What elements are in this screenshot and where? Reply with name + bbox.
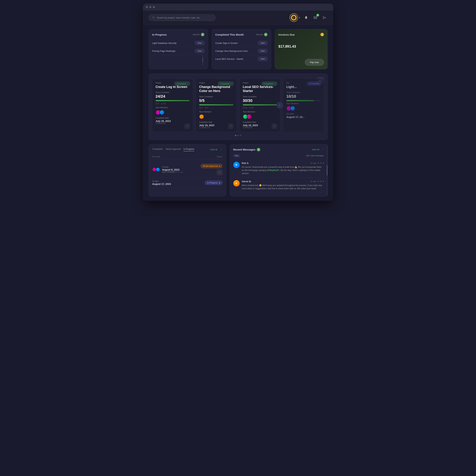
task-1-view-btn[interactable]: View xyxy=(195,49,204,53)
message-1-action-2[interactable] xyxy=(320,181,322,182)
browser-dot-3 xyxy=(153,6,155,8)
project-1-comments: 0 xyxy=(205,107,208,109)
message-1: A Alexis B. 6h ago xyxy=(233,178,324,193)
project-1-share-button[interactable]: ↗ xyxy=(228,123,234,129)
project-3-completion-date: August 17, 20... xyxy=(286,116,321,119)
task-0-days: 12 Days xyxy=(162,166,199,168)
completed-header: Completed This Month View All 4 xyxy=(215,33,268,36)
projects-dots xyxy=(152,135,324,136)
messages-more-button[interactable]: ⋮ xyxy=(321,148,324,151)
pay-now-button[interactable]: Pay now xyxy=(305,59,324,66)
browser-dot-1 xyxy=(146,6,148,8)
project-3-progress-fill xyxy=(286,100,314,101)
project-3-status: In Progress xyxy=(307,82,321,85)
project-2-team-label: Team Members: xyxy=(243,111,277,113)
project-2-completion-label: Completion Date: xyxy=(243,121,277,123)
completed-task-1-name: Change Hero Background Color xyxy=(215,50,248,52)
task-0-view-btn[interactable]: View xyxy=(195,41,204,45)
dot-0[interactable] xyxy=(235,135,236,136)
task-1-name: Pricing Page Redesign xyxy=(152,50,175,52)
projects-next-button[interactable]: › xyxy=(276,102,283,108)
dot-2[interactable] xyxy=(240,135,241,136)
messages-button[interactable]: 2 xyxy=(312,15,319,21)
message-0-action-2[interactable] xyxy=(320,162,322,164)
task-0-status-dot xyxy=(219,166,220,167)
total-messages: 150+ total messages xyxy=(306,154,324,157)
svg-point-14 xyxy=(205,107,206,108)
completed-task-2: Local SEO Service - Starter View xyxy=(215,55,268,63)
completed-view-all[interactable]: View All xyxy=(256,34,262,35)
user-avatar-wrapper[interactable]: V ▾ xyxy=(289,13,300,22)
message-1-header-right: 6h ago xyxy=(310,180,324,182)
in-progress-header: In Progress View All 2 xyxy=(152,33,204,36)
project-3-tasks-label: Tasks Completed: xyxy=(286,91,321,93)
search-placeholder: Search by project, team member, task, et… xyxy=(157,17,200,19)
header: Search by project, team member, task, et… xyxy=(143,11,333,25)
tab-needs-approval[interactable]: Needs Approval xyxy=(166,148,181,151)
search-bar[interactable]: Search by project, team member, task, et… xyxy=(149,14,216,21)
main-content: In Progress View All 2 Light Database Se… xyxy=(143,25,333,201)
tasks-view-all[interactable]: View All xyxy=(210,148,218,151)
col-due-date: Due Date xyxy=(152,156,160,158)
project-card-3: In Progress Pro... Light... Tasks Comple… xyxy=(283,79,324,132)
message-1-content: Alexis B. 6h ago We're excited too! 😊 xyxy=(242,180,324,190)
in-progress-header-right: View All 2 xyxy=(193,33,204,36)
completed-count: 4 xyxy=(264,33,268,36)
project-1-team-label: Team Members: xyxy=(199,111,233,113)
project-1-progress-bar xyxy=(199,104,233,105)
invoice-count: 3 xyxy=(320,33,324,36)
messages-scrollbar[interactable] xyxy=(327,144,327,196)
project-1-status: Completed ✓ xyxy=(218,82,234,86)
task-0-share-button[interactable] xyxy=(217,170,222,175)
message-1-avatar: A xyxy=(233,180,240,187)
message-0-action-3[interactable] xyxy=(323,162,324,164)
messages-header-right: View All ⋮ xyxy=(312,148,324,151)
project-0-progress-fill xyxy=(156,100,190,101)
svg-line-21 xyxy=(219,172,220,173)
message-1-header: Alexis B. 6h ago xyxy=(242,180,324,183)
project-0-progress-bar xyxy=(156,100,190,101)
message-1-action-3[interactable] xyxy=(323,181,324,182)
message-0-name: Rob S. xyxy=(242,162,249,164)
task-0-avatar-1 xyxy=(156,168,160,172)
message-1-action-1[interactable] xyxy=(318,181,319,182)
message-0: R Rob S. 4h ago xyxy=(233,159,324,178)
svg-point-17 xyxy=(220,171,221,172)
completed-task-0-name: Create Sign in Screen xyxy=(215,42,238,44)
tasks-panel-header: Completion Needs Approval In Progress Vi… xyxy=(152,148,222,151)
completed-task-0-btn[interactable]: View xyxy=(258,41,268,45)
dot-1[interactable] xyxy=(237,135,239,136)
messages-view-all[interactable]: View All xyxy=(312,148,319,151)
invoice-amount: $17,891.43 xyxy=(278,44,324,52)
project-card-0: Completed ✓ Project: Create Log in Scree… xyxy=(152,79,193,132)
project-2-progress-bar xyxy=(243,104,277,105)
project-2-share-button[interactable]: ↗ xyxy=(272,123,277,129)
project-1-progress-fill xyxy=(199,104,233,105)
in-progress-view-all[interactable]: View All xyxy=(193,34,199,35)
svg-rect-4 xyxy=(314,17,317,19)
tasks-more-button[interactable]: ⋮ xyxy=(220,148,222,151)
project-0-share-button[interactable]: ↗ xyxy=(184,123,190,129)
messages-count-badge: 2 xyxy=(257,148,260,151)
project-1-avatar-0 xyxy=(199,114,204,119)
completed-task-1-btn[interactable]: View xyxy=(258,49,268,53)
project-card-2: Completed ✓ Project: Local SEO Services-… xyxy=(239,79,280,132)
task-1-dot xyxy=(219,182,220,184)
notifications-button[interactable] xyxy=(303,15,309,21)
completed-task-2-name: Local SEO Service - Starter xyxy=(215,58,244,60)
envelope-icon xyxy=(314,16,317,19)
message-0-header: Rob S. 4h ago xyxy=(242,162,324,164)
message-0-action-1[interactable] xyxy=(318,162,319,164)
app-container: Search by project, team member, task, et… xyxy=(143,3,333,201)
logout-icon xyxy=(323,16,326,19)
project-0-tasks-count: 24/24 xyxy=(156,94,190,99)
tab-completion[interactable]: Completion xyxy=(152,148,163,151)
in-progress-title: In Progress xyxy=(152,33,167,36)
project-1-completion-label: Completion Date: xyxy=(199,121,233,123)
projects-section: Completed ✓ Project: Create Log in Scree… xyxy=(149,73,328,140)
project-0-completion-date: July 25, 2023 xyxy=(156,120,190,122)
tab-in-progress[interactable]: In Progress xyxy=(184,148,194,151)
completed-task-2-btn[interactable]: View xyxy=(258,57,268,61)
project-2-files: 16 xyxy=(243,107,247,109)
logout-button[interactable] xyxy=(321,15,328,21)
